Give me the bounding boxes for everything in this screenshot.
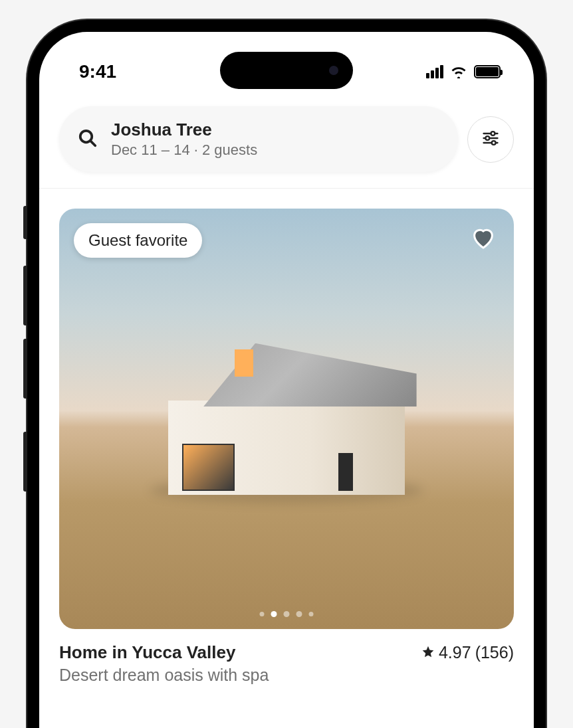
wifi-icon <box>450 65 467 78</box>
carousel-dot <box>296 611 302 617</box>
listing-card[interactable]: Guest favorite <box>59 209 514 685</box>
battery-icon <box>474 65 501 78</box>
listing-rating: 4.97 (156) <box>421 643 514 662</box>
rating-value: 4.97 <box>439 643 471 662</box>
phone-screen: 9:41 Joshua Tree Dec 11 – 14 · 2 guests <box>39 32 534 728</box>
listings-content: Guest favorite <box>39 189 534 685</box>
phone-frame: 9:41 Joshua Tree Dec 11 – 14 · 2 guests <box>27 20 546 728</box>
search-details: Dec 11 – 14 · 2 guests <box>111 141 257 159</box>
status-icons <box>426 65 501 78</box>
star-icon <box>421 643 435 662</box>
carousel-dot <box>260 612 265 616</box>
carousel-dot-active <box>271 611 277 617</box>
listing-info: Home in Yucca Valley 4.97 (156) Desert d… <box>59 642 514 685</box>
listing-subtitle: Desert dream oasis with spa <box>59 666 514 685</box>
svg-line-1 <box>90 141 95 145</box>
phone-side-button <box>23 432 27 492</box>
search-icon <box>78 128 98 151</box>
dynamic-island <box>220 52 353 89</box>
listing-illustration <box>168 343 405 495</box>
listing-title: Home in Yucca Valley <box>59 642 235 663</box>
svg-point-5 <box>485 136 489 140</box>
wishlist-heart-button[interactable] <box>467 223 499 255</box>
listing-image-carousel[interactable]: Guest favorite <box>59 209 514 629</box>
phone-side-button <box>23 339 27 399</box>
phone-side-button <box>23 206 27 239</box>
cellular-signal-icon <box>426 65 443 78</box>
svg-point-3 <box>491 132 495 136</box>
status-time: 9:41 <box>79 61 116 82</box>
heart-icon <box>470 225 497 254</box>
review-count: (156) <box>475 643 514 662</box>
carousel-pagination <box>260 611 314 617</box>
carousel-dot <box>309 612 314 616</box>
search-bar[interactable]: Joshua Tree Dec 11 – 14 · 2 guests <box>59 106 458 172</box>
search-location: Joshua Tree <box>111 120 257 140</box>
filter-button[interactable] <box>467 116 514 163</box>
svg-point-7 <box>492 141 496 145</box>
carousel-dot <box>284 611 290 617</box>
phone-side-button <box>23 266 27 325</box>
filter-icon <box>481 129 500 150</box>
guest-favorite-badge: Guest favorite <box>74 223 202 258</box>
search-header: Joshua Tree Dec 11 – 14 · 2 guests <box>39 98 534 189</box>
